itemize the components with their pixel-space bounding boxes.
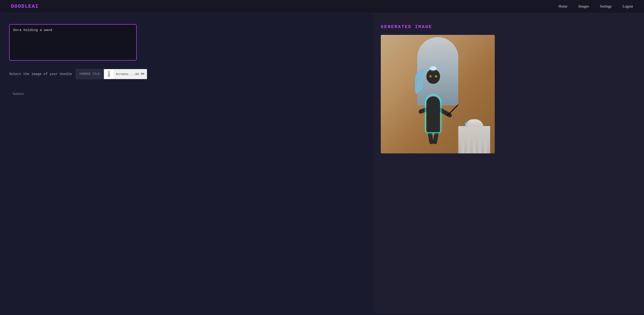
column-4 (479, 135, 481, 154)
nav-link-logout[interactable]: Logout (622, 4, 633, 8)
file-preview-container: Screens....04 PM (104, 69, 147, 79)
generated-image-display: ✦ (381, 35, 495, 154)
file-input-wrapper: CHOOSE FILE Screens....04 PM (76, 69, 147, 79)
nav-link-images[interactable]: Images (578, 4, 589, 8)
file-thumbnail (104, 70, 114, 79)
submit-button[interactable]: Submit (9, 90, 28, 98)
nav-link-home[interactable]: Home (558, 4, 568, 8)
building (458, 126, 490, 154)
nav-item-settings[interactable]: Settings (600, 4, 612, 9)
building-dome (465, 119, 483, 127)
column-5 (484, 135, 487, 154)
nav-item-logout[interactable]: Logout (622, 4, 633, 9)
nav-links: Home Images Settings Logout (558, 4, 633, 9)
character-head (426, 69, 440, 84)
choose-file-button[interactable]: CHOOSE FILE (76, 69, 104, 79)
nav-link-settings[interactable]: Settings (600, 4, 612, 8)
building-columns (458, 135, 490, 154)
file-selection-row: Select the image of your doodle CHOOSE F… (9, 69, 364, 79)
nav-item-home[interactable]: Home (558, 4, 568, 9)
character-glow-outline (426, 94, 441, 133)
file-selection-label: Select the image of your doodle (9, 72, 72, 76)
navbar: DOODLEAI Home Images Settings Logout (0, 0, 644, 13)
svg-line-2 (108, 74, 109, 75)
main-container: Select the image of your doodle CHOOSE F… (0, 13, 644, 314)
svg-line-3 (109, 74, 110, 74)
file-name-display: Screens....04 PM (114, 72, 146, 76)
column-3 (473, 135, 475, 154)
left-panel: Select the image of your doodle CHOOSE F… (0, 13, 374, 314)
prompt-textarea[interactable] (9, 24, 137, 61)
wand-star-icon: ✦ (464, 120, 468, 126)
character-leg-right (432, 132, 439, 144)
right-panel: GENERATED IMAGE (374, 13, 644, 314)
column-2 (468, 135, 470, 154)
character-figure: ✦ (410, 56, 456, 133)
svg-line-4 (108, 76, 109, 77)
svg-line-5 (109, 76, 110, 77)
generated-image-title: GENERATED IMAGE (381, 24, 637, 30)
character-eye-left (430, 76, 432, 77)
submit-button-container: Submit (9, 90, 364, 98)
column-1 (462, 135, 464, 154)
nav-item-images[interactable]: Images (578, 4, 589, 9)
brand-logo: DOODLEAI (11, 4, 39, 9)
doodle-thumbnail-icon (105, 70, 112, 78)
character-eye-right (435, 76, 437, 77)
character-body: ✦ (426, 96, 440, 133)
character-arm-left (418, 106, 430, 114)
wand-stick (447, 104, 458, 116)
svg-point-0 (108, 71, 110, 73)
ai-image-canvas: ✦ (381, 35, 495, 154)
